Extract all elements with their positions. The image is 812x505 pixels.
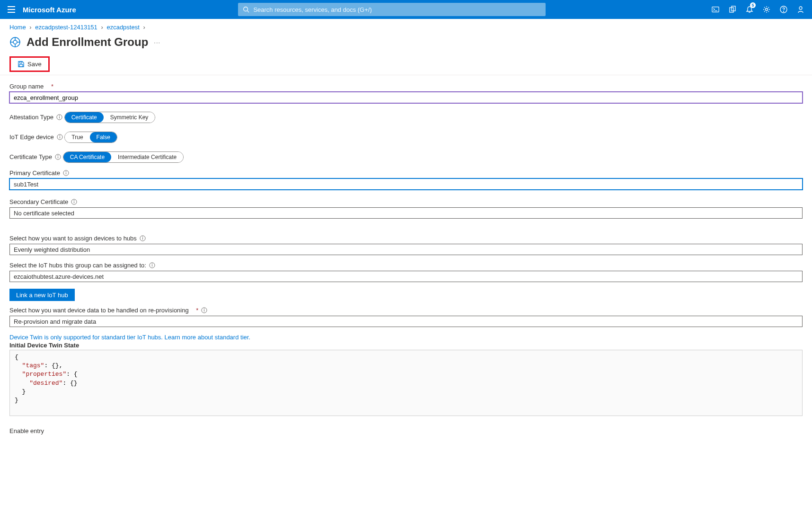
device-twin-header: Initial Device Twin State (9, 342, 803, 349)
link-hub-row: Link a new IoT hub (9, 289, 803, 301)
svg-line-4 (247, 11, 249, 13)
info-icon[interactable] (57, 134, 63, 140)
cert-type-intermediate[interactable]: Intermediate Certificate (111, 152, 183, 162)
attestation-certificate[interactable]: Certificate (65, 112, 104, 123)
secondary-cert-label: Secondary Certificate (9, 198, 77, 205)
iot-hubs-label: Select the IoT hubs this group can be as… (9, 262, 155, 269)
device-twin-editor[interactable]: { "tags": {}, "properties": { "desired":… (9, 350, 803, 416)
svg-point-13 (799, 7, 802, 9)
field-iot-edge: IoT Edge device True False (9, 132, 803, 143)
field-attestation-type: Attestation Type Certificate Symmetric K… (9, 112, 803, 123)
attestation-type-label: Attestation Type (9, 114, 62, 121)
help-icon[interactable] (776, 0, 791, 19)
primary-cert-label: Primary Certificate (9, 169, 69, 177)
svg-point-45 (204, 309, 204, 309)
attestation-toggle: Certificate Symmetric Key (64, 112, 156, 123)
svg-point-10 (766, 9, 768, 11)
iot-edge-false[interactable]: False (90, 132, 117, 142)
save-highlight: Save (9, 56, 50, 72)
search-icon (243, 6, 249, 13)
primary-cert-select[interactable]: sub1Test (9, 178, 803, 190)
breadcrumb: Home › ezcadpstest-12413151 › ezcadpstes… (0, 19, 812, 33)
brand[interactable]: Microsoft Azure (23, 6, 76, 14)
cert-type-label: Certificate Type (9, 153, 61, 160)
svg-point-3 (244, 7, 248, 11)
breadcrumb-link[interactable]: ezcadpstest (106, 24, 139, 31)
topbar: Microsoft Azure 5 (0, 0, 812, 19)
field-iot-hubs: Select the IoT hubs this group can be as… (9, 262, 803, 282)
svg-point-42 (152, 264, 152, 264)
reprovision-label: Select how you want device data to be ha… (9, 307, 207, 314)
device-twin-hint: Device Twin is only supported for standa… (9, 334, 803, 341)
breadcrumb-link[interactable]: Home (9, 24, 26, 31)
learn-more-link[interactable]: Learn more about standard tier. (165, 334, 250, 341)
iot-edge-toggle: True False (64, 132, 117, 143)
info-icon[interactable] (149, 262, 155, 268)
reprovision-select[interactable]: Re-provision and migrate data (9, 316, 803, 327)
search-container (76, 3, 708, 16)
directories-icon[interactable] (725, 0, 740, 19)
svg-rect-5 (712, 7, 719, 12)
save-icon (18, 61, 25, 68)
search-input[interactable] (253, 6, 541, 13)
field-primary-cert: Primary Certificate sub1Test (9, 169, 803, 190)
breadcrumb-sep: › (143, 24, 145, 31)
assign-hubs-select[interactable]: Evenly weighted distribution (9, 244, 803, 255)
group-name-input[interactable] (9, 92, 803, 103)
enable-entry-label: Enable entry (9, 427, 44, 434)
svg-point-15 (13, 40, 17, 44)
secondary-cert-select[interactable]: No certificate selected (9, 207, 803, 219)
more-button[interactable]: ··· (154, 39, 160, 46)
svg-rect-21 (19, 64, 23, 67)
info-icon[interactable] (201, 307, 207, 313)
breadcrumb-sep: › (29, 24, 31, 31)
page-icon (9, 36, 21, 48)
breadcrumb-sep: › (101, 24, 103, 31)
iot-edge-label: IoT Edge device (9, 133, 63, 141)
svg-point-24 (59, 115, 60, 116)
feedback-icon[interactable] (793, 0, 808, 19)
info-icon[interactable] (140, 235, 146, 241)
hamburger-icon (8, 6, 15, 13)
group-name-label: Group name * (9, 83, 53, 90)
svg-point-36 (74, 200, 74, 201)
assign-hubs-label: Select how you want to assign devices to… (9, 235, 146, 242)
field-secondary-cert: Secondary Certificate No certificate sel… (9, 198, 803, 219)
top-icons: 5 (708, 0, 808, 19)
cert-type-toggle: CA Certificate Intermediate Certificate (63, 151, 184, 163)
form: Group name * Attestation Type Certificat… (0, 75, 812, 464)
command-bar: Save (0, 54, 812, 75)
title-row: Add Enrollment Group ··· (0, 33, 812, 54)
field-reprovision: Select how you want device data to be ha… (9, 307, 803, 327)
menu-toggle[interactable] (4, 0, 19, 19)
cert-type-ca[interactable]: CA Certificate (63, 152, 111, 162)
field-cert-type: Certificate Type CA Certificate Intermed… (9, 151, 803, 163)
search-box[interactable] (238, 3, 546, 16)
svg-point-30 (58, 155, 58, 156)
link-new-iot-hub-button[interactable]: Link a new IoT hub (9, 289, 75, 301)
info-icon[interactable] (55, 154, 61, 160)
info-icon[interactable] (56, 114, 62, 120)
svg-point-12 (784, 11, 784, 12)
info-icon[interactable] (71, 199, 77, 205)
svg-point-39 (142, 237, 143, 237)
field-group-name: Group name * (9, 83, 803, 103)
svg-point-27 (60, 135, 60, 136)
notifications-icon[interactable]: 5 (742, 0, 757, 19)
info-icon[interactable] (63, 170, 69, 176)
save-label: Save (27, 61, 42, 68)
iot-edge-true[interactable]: True (65, 132, 89, 142)
breadcrumb-link[interactable]: ezcadpstest-12413151 (35, 24, 97, 31)
save-button[interactable]: Save (15, 59, 44, 70)
field-assign-hubs: Select how you want to assign devices to… (9, 235, 803, 255)
page-title: Add Enrollment Group (26, 35, 148, 49)
field-enable-entry: Enable entry (9, 427, 803, 436)
cloud-shell-icon[interactable] (708, 0, 723, 19)
svg-point-33 (66, 171, 66, 172)
attestation-symmetric-key[interactable]: Symmetric Key (104, 112, 155, 123)
settings-icon[interactable] (759, 0, 774, 19)
iot-hubs-select[interactable]: ezcaiothubtest.azure-devices.net (9, 271, 803, 282)
notification-badge: 5 (750, 2, 756, 8)
svg-rect-20 (20, 62, 22, 63)
